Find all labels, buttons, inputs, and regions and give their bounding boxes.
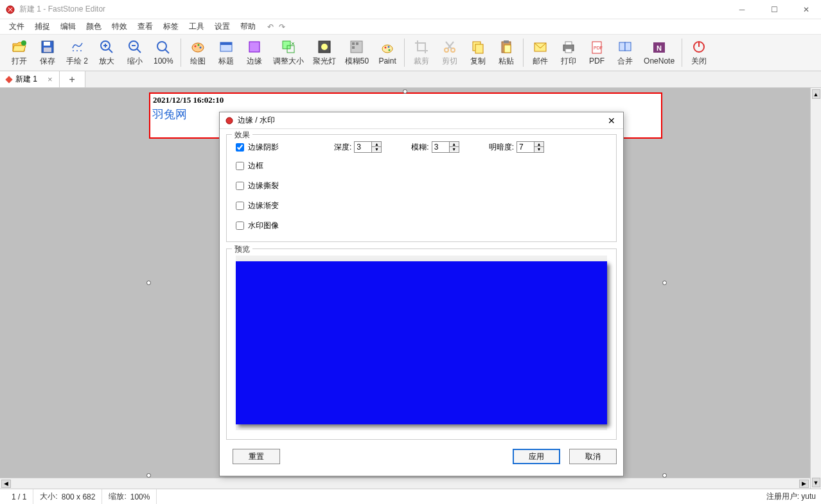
dialog-title: 边缘 / 水印 xyxy=(238,115,605,126)
scroll-left-icon[interactable]: ◀ xyxy=(1,480,11,488)
redo-icon[interactable]: ↷ xyxy=(279,22,285,31)
cancel-button[interactable]: 取消 xyxy=(569,449,617,464)
svg-rect-31 xyxy=(352,46,355,49)
reset-button[interactable]: 重置 xyxy=(233,449,280,464)
zoom-in-button[interactable]: 放大 xyxy=(93,36,121,69)
size-indicator: 大小:800 x 682 xyxy=(33,489,102,504)
paste-button[interactable]: 粘贴 xyxy=(492,36,520,69)
scroll-down-icon[interactable]: ▼ xyxy=(812,478,820,487)
onenote-button[interactable]: NOneNote xyxy=(639,36,679,69)
selection-handle[interactable] xyxy=(403,89,407,94)
dialog-close-button[interactable]: ✕ xyxy=(605,116,618,126)
depth-input[interactable] xyxy=(354,141,372,153)
menu-settings[interactable]: 设置 xyxy=(209,20,235,33)
spotlight-icon xyxy=(317,39,332,55)
svg-point-7 xyxy=(80,50,82,51)
depth-spinner[interactable]: ▲▼ xyxy=(354,141,382,153)
svg-point-6 xyxy=(76,50,78,51)
svg-rect-44 xyxy=(504,45,511,53)
svg-point-15 xyxy=(157,42,166,51)
menu-file[interactable]: 文件 xyxy=(4,20,30,33)
menu-tag[interactable]: 标签 xyxy=(158,20,184,33)
scroll-up-icon[interactable]: ▲ xyxy=(812,89,820,99)
shadow-checkbox[interactable] xyxy=(236,143,244,152)
spin-down-icon[interactable]: ▼ xyxy=(450,147,459,152)
menu-color[interactable]: 颜色 xyxy=(81,20,107,33)
menu-view[interactable]: 查看 xyxy=(132,20,158,33)
svg-point-19 xyxy=(197,44,199,46)
power-icon xyxy=(691,39,707,55)
tear-checkbox[interactable] xyxy=(236,182,244,190)
maximize-button[interactable]: ☐ xyxy=(764,3,784,16)
resize-button[interactable]: 调整大小 xyxy=(269,36,308,69)
crop-button: 裁剪 xyxy=(407,36,436,69)
menu-effect[interactable]: 特效 xyxy=(107,20,132,33)
effects-legend: 效果 xyxy=(232,130,252,141)
tab-close-icon[interactable]: × xyxy=(48,74,53,84)
vertical-scrollbar[interactable]: ▲ ▼ xyxy=(810,88,821,489)
status-bar: 1 / 1 大小:800 x 682 缩放:100% 注册用户: yutu xyxy=(0,489,821,504)
fade-checkbox[interactable] xyxy=(236,202,244,210)
svg-rect-41 xyxy=(475,44,483,53)
selection-handle[interactable] xyxy=(662,473,667,478)
copy-button[interactable]: 复制 xyxy=(464,36,492,69)
printer-icon xyxy=(561,39,576,55)
bright-input[interactable] xyxy=(516,141,534,153)
open-button[interactable]: 打开 xyxy=(5,36,33,69)
bright-spinner[interactable]: ▲▼ xyxy=(516,141,544,153)
svg-rect-23 xyxy=(249,42,260,52)
spin-up-icon[interactable]: ▲ xyxy=(534,142,543,147)
menu-help[interactable]: 帮助 xyxy=(235,20,261,33)
svg-rect-43 xyxy=(504,40,509,43)
selection-handle[interactable] xyxy=(146,281,151,285)
close-button[interactable]: 关闭 xyxy=(685,36,713,69)
scissors-icon xyxy=(442,39,457,55)
scroll-right-icon[interactable]: ▶ xyxy=(799,480,809,488)
selection-handle[interactable] xyxy=(146,473,151,478)
save-button[interactable]: 保存 xyxy=(33,36,62,69)
blur-spinner[interactable]: ▲▼ xyxy=(432,141,459,153)
draw-button[interactable]: 绘图 xyxy=(184,36,212,69)
apply-button[interactable]: 应用 xyxy=(513,449,560,464)
edge-watermark-dialog: 边缘 / 水印 ✕ 效果 边缘阴影 深度: ▲▼ 模糊: xyxy=(219,112,624,476)
pdf-button[interactable]: PDFPDF xyxy=(583,36,611,69)
resize-icon xyxy=(281,39,296,55)
preview-fieldset: 预览 xyxy=(226,248,617,440)
spotlight-button[interactable]: 聚光灯 xyxy=(308,36,340,69)
selection-handle[interactable] xyxy=(662,281,667,285)
freehand-button[interactable]: 手绘 2 xyxy=(62,36,93,69)
paint-button[interactable]: Paint xyxy=(373,36,402,69)
zoom-out-button[interactable]: 缩小 xyxy=(121,36,149,69)
close-window-button[interactable]: ✕ xyxy=(797,3,816,16)
horizontal-scrollbar[interactable]: ◀ ▶ xyxy=(0,478,810,489)
spin-up-icon[interactable]: ▲ xyxy=(450,142,459,147)
border-checkbox[interactable] xyxy=(236,162,244,170)
watermark-checkbox[interactable] xyxy=(236,222,244,230)
print-button[interactable]: 打印 xyxy=(554,36,583,69)
document-tab[interactable]: 新建 1 × xyxy=(0,71,60,87)
palette-icon xyxy=(190,39,206,55)
blur-icon xyxy=(349,39,364,55)
tear-label: 边缘撕裂 xyxy=(248,180,279,191)
menu-tool[interactable]: 工具 xyxy=(184,20,209,33)
svg-rect-48 xyxy=(565,49,572,53)
svg-point-34 xyxy=(388,46,390,48)
toolbar-separator xyxy=(523,39,524,67)
blur-button[interactable]: 模糊50 xyxy=(340,36,373,69)
edge-button[interactable]: 边缘 xyxy=(240,36,269,69)
spin-down-icon[interactable]: ▼ xyxy=(372,147,381,152)
new-tab-button[interactable]: + xyxy=(60,71,85,87)
zoom-100-button[interactable]: 100% xyxy=(149,36,178,69)
dialog-titlebar[interactable]: 边缘 / 水印 ✕ xyxy=(220,112,623,129)
menu-edit[interactable]: 编辑 xyxy=(55,20,81,33)
svg-rect-4 xyxy=(44,48,51,52)
spin-up-icon[interactable]: ▲ xyxy=(372,142,381,147)
spin-down-icon[interactable]: ▼ xyxy=(534,147,543,152)
undo-icon[interactable]: ↶ xyxy=(267,22,274,31)
caption-button[interactable]: 标题 xyxy=(212,36,240,69)
mail-button[interactable]: 邮件 xyxy=(526,36,554,69)
merge-button[interactable]: 合并 xyxy=(611,36,639,69)
blur-input[interactable] xyxy=(432,141,450,153)
minimize-button[interactable]: ─ xyxy=(732,3,752,16)
menu-capture[interactable]: 捕捉 xyxy=(30,20,55,33)
